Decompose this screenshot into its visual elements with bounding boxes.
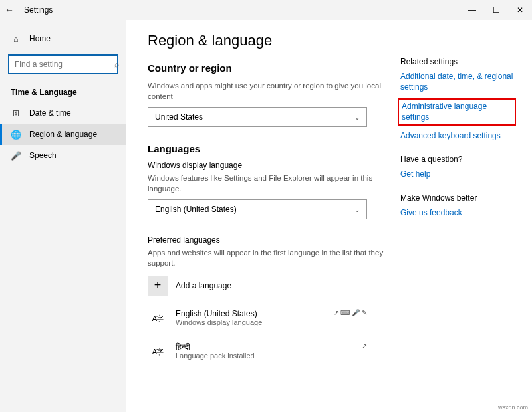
language-feature-icons: ↗ xyxy=(362,342,367,350)
country-dropdown[interactable]: United States ⌄ xyxy=(148,107,367,127)
related-settings-panel: Related settings Additional date, time, … xyxy=(400,32,513,412)
link-additional-date-time[interactable]: Additional date, time, & regional settin… xyxy=(400,72,513,92)
chevron-down-icon: ⌄ xyxy=(354,114,360,121)
calendar-icon: 🗓 xyxy=(11,108,21,118)
language-subtext: Language pack installed xyxy=(176,352,354,360)
sidebar-item-label: Speech xyxy=(29,151,57,160)
language-item-english[interactable]: English (United States) Windows display … xyxy=(148,305,367,338)
highlight-box: Administrative language settings xyxy=(398,98,516,126)
question-heading: Have a question? xyxy=(400,155,513,164)
link-advanced-keyboard[interactable]: Advanced keyboard settings xyxy=(400,131,513,142)
globe-icon: 🌐 xyxy=(11,129,21,140)
display-language-value: English (United States) xyxy=(155,205,237,214)
close-button[interactable]: ✕ xyxy=(508,0,532,20)
link-get-help[interactable]: Get help xyxy=(400,169,513,180)
display-language-heading: Windows display language xyxy=(148,161,400,170)
microphone-icon: 🎤 xyxy=(11,150,21,161)
add-language-button[interactable]: + Add a language xyxy=(148,276,400,296)
window-title: Settings xyxy=(24,5,460,15)
sidebar-item-label: Region & language xyxy=(29,130,97,139)
language-feature-icons: ↗ ⌨ 🎤 ✎ xyxy=(334,309,367,316)
sidebar-category: Time & Language xyxy=(0,84,126,102)
search-input-container[interactable]: ⌕ xyxy=(8,54,118,74)
titlebar: ← Settings — ☐ ✕ xyxy=(0,0,532,20)
preferred-languages-heading: Preferred languages xyxy=(148,235,400,245)
section-languages: Languages xyxy=(148,143,400,154)
feedback-heading: Make Windows better xyxy=(400,193,513,203)
minimize-button[interactable]: — xyxy=(460,0,484,20)
plus-icon: + xyxy=(148,276,168,296)
home-icon: ⌂ xyxy=(11,33,21,44)
add-language-label: Add a language xyxy=(176,281,231,290)
link-give-feedback[interactable]: Give us feedback xyxy=(400,208,513,219)
region-description: Windows and apps might use your country … xyxy=(148,80,400,102)
related-settings-heading: Related settings xyxy=(400,57,513,66)
language-glyph-icon xyxy=(148,309,168,329)
sidebar-item-label: Date & time xyxy=(29,108,71,118)
link-administrative-language[interactable]: Administrative language settings xyxy=(402,102,512,122)
chevron-down-icon: ⌄ xyxy=(354,206,360,213)
display-language-dropdown[interactable]: English (United States) ⌄ xyxy=(148,199,367,219)
sidebar-item-date-time[interactable]: 🗓 Date & time xyxy=(0,102,126,124)
country-value: United States xyxy=(155,112,203,122)
section-country-region: Country or region xyxy=(148,62,400,74)
sidebar-item-region-language[interactable]: 🌐 Region & language xyxy=(0,124,126,145)
watermark: wsxdn.com xyxy=(498,404,528,411)
language-name: English (United States) xyxy=(176,309,326,318)
sidebar: ⌂ Home ⌕ Time & Language 🗓 Date & time 🌐… xyxy=(0,20,126,412)
sidebar-home-label: Home xyxy=(29,34,51,43)
sidebar-item-speech[interactable]: 🎤 Speech xyxy=(0,145,126,166)
preferred-languages-description: Apps and websites will appear in the fir… xyxy=(148,247,400,268)
page-title: Region & language xyxy=(148,32,400,49)
back-button[interactable]: ← xyxy=(0,5,19,15)
language-item-hindi[interactable]: हिन्दी Language pack installed ↗ xyxy=(148,338,367,371)
sidebar-home[interactable]: ⌂ Home xyxy=(0,28,126,49)
search-input[interactable] xyxy=(15,60,114,69)
language-subtext: Windows display language xyxy=(176,318,326,326)
display-language-description: Windows features like Settings and File … xyxy=(148,173,400,194)
language-glyph-icon xyxy=(148,342,168,362)
search-icon: ⌕ xyxy=(114,60,119,69)
maximize-button[interactable]: ☐ xyxy=(484,0,508,20)
language-name: हिन्दी xyxy=(176,342,354,352)
